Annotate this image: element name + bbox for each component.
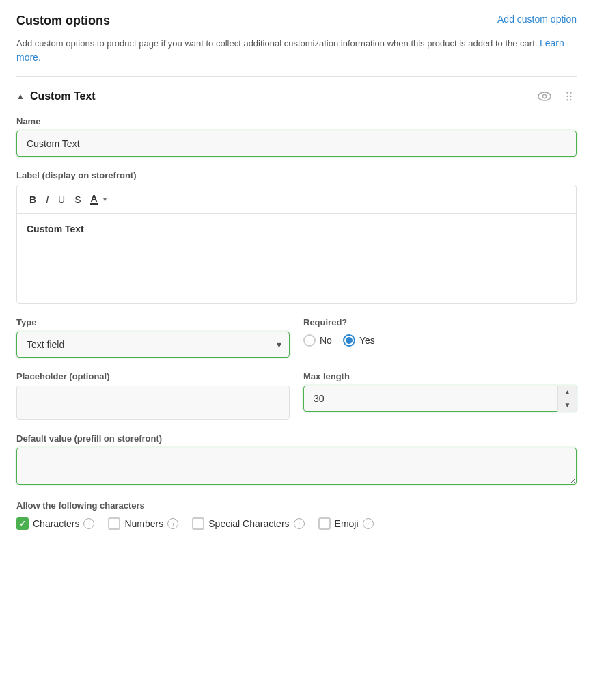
svg-point-4 [566,96,568,98]
required-yes-label: Yes [359,335,375,346]
underline-button[interactable]: U [54,192,69,207]
label-field-group: Label (display on storefront) B I U S A … [16,170,577,304]
spinner-buttons: ▲ ▼ [557,386,577,412]
characters-checkbox[interactable]: ✓ [16,517,29,530]
characters-label: Characters [33,518,79,529]
section-title: Custom Text [30,90,96,103]
checkboxes-row: ✓ Characters i Numbers i Special Charact… [16,517,577,530]
required-yes-radio[interactable] [343,334,355,347]
collapse-arrow-icon[interactable]: ▲ [16,92,25,101]
spinner-down-button[interactable]: ▼ [558,399,577,412]
emoji-option: Emoji i [318,517,374,530]
placeholder-maxlength-row: Placeholder (optional) Max length ▲ ▼ [16,371,577,420]
section-header: ▲ Custom Text [16,88,577,105]
required-label: Required? [303,317,577,327]
emoji-label: Emoji [335,518,359,529]
page-header: Custom options Add custom option [16,14,577,28]
color-button[interactable]: A [86,191,101,208]
max-length-input[interactable] [303,386,577,412]
default-value-input[interactable] [16,448,577,485]
svg-point-7 [570,99,572,101]
placeholder-field-group: Placeholder (optional) [16,371,290,420]
add-custom-option-link[interactable]: Add custom option [497,14,577,25]
characters-info-icon[interactable]: i [83,518,94,529]
type-field-group: Type Text field ▾ [16,317,290,358]
italic-button[interactable]: I [42,192,53,207]
visibility-toggle-button[interactable] [536,88,553,105]
rich-editor: B I U S A ▾ Custom Text [16,185,577,304]
strikethrough-button[interactable]: S [70,192,85,207]
numbers-label: Numbers [124,518,163,529]
required-radio-group: No Yes [303,334,577,347]
bold-button[interactable]: B [25,192,40,207]
type-label: Type [16,317,290,327]
numbers-checkbox[interactable] [108,517,120,530]
max-length-label: Max length [303,371,577,381]
characters-option: ✓ Characters i [16,517,94,530]
page-title: Custom options [16,14,110,28]
special-characters-option: Special Characters i [192,517,304,530]
svg-point-0 [538,92,551,100]
rich-toolbar: B I U S A ▾ [17,185,576,214]
allow-chars-title: Allow the following characters [16,500,577,511]
required-field-group: Required? No Yes [303,317,577,358]
label-section-label: Label (display on storefront) [16,170,577,180]
radio-dot [346,337,353,344]
type-required-row: Type Text field ▾ Required? No Yes [16,317,577,358]
placeholder-input[interactable] [16,386,290,420]
section-actions [536,88,577,105]
required-no-label: No [320,335,332,346]
spinner-up-button[interactable]: ▲ [558,386,577,399]
divider [16,76,577,77]
required-no-radio[interactable] [303,334,316,347]
svg-point-2 [566,92,568,94]
name-label: Name [16,116,577,126]
required-no-option[interactable]: No [303,334,332,347]
emoji-checkbox[interactable] [318,517,331,530]
default-value-label: Default value (prefill on storefront) [16,433,577,444]
max-length-input-wrapper: ▲ ▼ [303,386,577,412]
max-length-field-group: Max length ▲ ▼ [303,371,577,420]
emoji-info-icon[interactable]: i [363,518,374,529]
special-characters-info-icon[interactable]: i [294,518,305,529]
numbers-option: Numbers i [108,517,178,530]
drag-handle-button[interactable] [562,89,577,104]
svg-point-5 [570,96,572,98]
default-value-group: Default value (prefill on storefront) [16,433,577,487]
type-select[interactable]: Text field [16,332,290,358]
allow-chars-section: Allow the following characters ✓ Charact… [16,500,577,530]
name-input[interactable] [16,131,577,157]
name-field-group: Name [16,116,577,157]
numbers-info-icon[interactable]: i [167,518,178,529]
section-title-group: ▲ Custom Text [16,90,96,103]
page-description: Add custom options to product page if yo… [16,36,577,65]
type-select-wrapper: Text field ▾ [16,332,290,358]
special-characters-label: Special Characters [208,518,289,529]
rich-editor-content[interactable]: Custom Text [17,214,576,303]
svg-point-6 [566,99,568,101]
svg-point-1 [542,94,547,98]
required-yes-option[interactable]: Yes [343,334,375,347]
special-characters-checkbox[interactable] [192,517,204,530]
checkmark-icon: ✓ [19,519,26,528]
placeholder-label: Placeholder (optional) [16,371,290,381]
color-dropdown-arrow-icon[interactable]: ▾ [103,196,107,203]
svg-point-3 [570,92,572,94]
